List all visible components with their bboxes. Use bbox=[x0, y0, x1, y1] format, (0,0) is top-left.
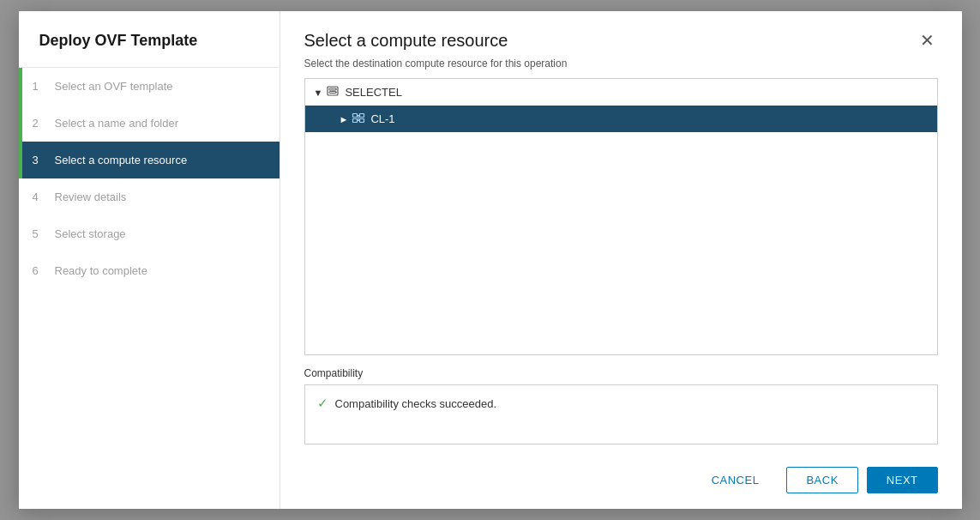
tree-root-item[interactable]: ▼ SELECTEL bbox=[305, 79, 937, 106]
main-header: Select a compute resource ✕ bbox=[280, 11, 962, 52]
svg-rect-8 bbox=[360, 119, 364, 123]
datacenter-icon bbox=[326, 84, 340, 100]
main-title: Select a compute resource bbox=[304, 31, 508, 51]
tree-child-item[interactable]: ► CL-1 bbox=[305, 106, 937, 132]
sidebar-step-6: 6 Ready to complete bbox=[19, 252, 280, 289]
tree-root-label: SELECTEL bbox=[345, 86, 401, 99]
step-num-4: 4 bbox=[33, 190, 46, 203]
compatibility-label: Compatibility bbox=[304, 367, 938, 379]
step-label-1: Select an OVF template bbox=[55, 80, 173, 93]
sidebar-step-5: 5 Select storage bbox=[19, 215, 280, 252]
compatibility-message: Compatibility checks succeeded. bbox=[335, 397, 497, 410]
chevron-right-icon: ► bbox=[340, 114, 349, 124]
cancel-button[interactable]: CANCEL bbox=[693, 468, 779, 493]
svg-point-4 bbox=[336, 92, 337, 93]
back-button[interactable]: BACK bbox=[786, 467, 857, 493]
main-subtitle: Select the destination compute resource … bbox=[280, 52, 962, 78]
svg-rect-7 bbox=[353, 119, 358, 123]
svg-rect-1 bbox=[329, 88, 336, 90]
compatibility-success: ✓ Compatibility checks succeeded. bbox=[317, 396, 925, 411]
main-panel: Select a compute resource ✕ Select the d… bbox=[280, 11, 962, 509]
next-button[interactable]: NEXT bbox=[867, 467, 938, 493]
sidebar-step-1[interactable]: 1 Select an OVF template bbox=[19, 68, 280, 105]
step-label-6: Ready to complete bbox=[55, 264, 147, 277]
sidebar-step-4: 4 Review details bbox=[19, 178, 280, 215]
svg-rect-6 bbox=[360, 114, 364, 118]
modal-overlay: Deploy OVF Template 1 Select an OVF temp… bbox=[0, 0, 980, 520]
svg-point-3 bbox=[336, 88, 337, 89]
sidebar: Deploy OVF Template 1 Select an OVF temp… bbox=[19, 11, 280, 509]
step-num-1: 1 bbox=[33, 80, 46, 93]
chevron-down-icon: ▼ bbox=[314, 88, 323, 98]
step-num-5: 5 bbox=[33, 227, 46, 240]
tree-child-label: CL-1 bbox=[370, 112, 394, 125]
cluster-icon bbox=[352, 111, 365, 127]
step-label-5: Select storage bbox=[55, 227, 126, 240]
step-num-3: 3 bbox=[33, 154, 46, 166]
check-icon: ✓ bbox=[317, 396, 328, 411]
step-label-3: Select a compute resource bbox=[55, 154, 188, 166]
sidebar-step-2[interactable]: 2 Select a name and folder bbox=[19, 105, 280, 142]
step-label-2: Select a name and folder bbox=[55, 117, 179, 130]
step-num-6: 6 bbox=[33, 264, 46, 277]
close-button[interactable]: ✕ bbox=[917, 28, 938, 52]
sidebar-title: Deploy OVF Template bbox=[19, 11, 280, 68]
step-label-4: Review details bbox=[55, 190, 127, 203]
main-body: ▼ SELECTEL bbox=[280, 78, 962, 457]
main-footer: CANCEL BACK NEXT bbox=[280, 457, 962, 509]
sidebar-step-3[interactable]: 3 Select a compute resource bbox=[19, 142, 280, 178]
compatibility-box: ✓ Compatibility checks succeeded. bbox=[304, 384, 938, 444]
step-num-2: 2 bbox=[33, 117, 46, 130]
svg-rect-2 bbox=[329, 92, 336, 94]
tree-area[interactable]: ▼ SELECTEL bbox=[304, 78, 938, 355]
sidebar-steps: 1 Select an OVF template 2 Select a name… bbox=[19, 68, 280, 509]
svg-rect-5 bbox=[353, 114, 358, 118]
modal: Deploy OVF Template 1 Select an OVF temp… bbox=[19, 11, 962, 509]
